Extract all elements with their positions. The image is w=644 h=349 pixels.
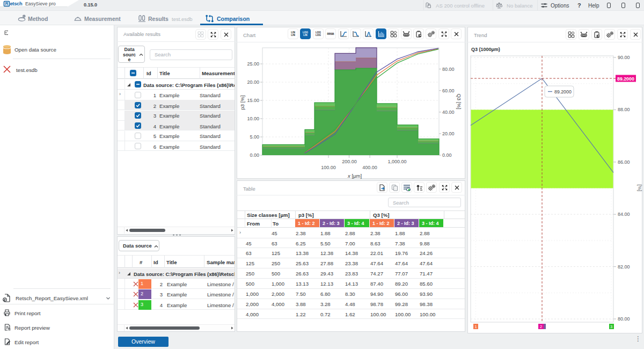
svg-text:60.00: 60.00: [442, 88, 455, 93]
svg-text:100.00: 100.00: [321, 165, 336, 170]
svg-text:1,000.00: 1,000.00: [387, 159, 406, 164]
svg-text:84.00: 84.00: [618, 212, 630, 217]
svg-text:20.00: 20.00: [247, 79, 259, 85]
svg-text:80.00: 80.00: [618, 316, 630, 322]
svg-text:10.00: 10.00: [247, 116, 259, 121]
svg-text:3: 3: [610, 324, 612, 329]
svg-text:25.00: 25.00: [247, 61, 259, 67]
svg-text:x [µm]: x [µm]: [347, 173, 362, 179]
svg-text:R: R: [5, 1, 9, 6]
svg-text:EasySieve pro: EasySieve pro: [25, 1, 56, 6]
svg-text:89.2000: 89.2000: [617, 76, 634, 82]
svg-text:15.00: 15.00: [247, 98, 259, 103]
svg-text:Q3 [%]: Q3 [%]: [456, 93, 462, 109]
svg-text:89.2000: 89.2000: [554, 89, 572, 94]
svg-text:90.00: 90.00: [618, 55, 630, 60]
svg-text:88.00: 88.00: [618, 107, 630, 112]
svg-text:400.00: 400.00: [362, 165, 377, 170]
svg-text:p3 [%]: p3 [%]: [239, 96, 245, 110]
svg-text:0.00: 0.00: [442, 152, 452, 158]
svg-text:20.00: 20.00: [442, 131, 455, 136]
svg-text:2: 2: [540, 324, 542, 329]
svg-text:etsch: etsch: [10, 1, 23, 6]
svg-text:40.00: 40.00: [442, 110, 455, 115]
svg-text:1: 1: [475, 324, 477, 329]
svg-text:5.00: 5.00: [250, 134, 259, 140]
svg-text:86.00: 86.00: [618, 159, 630, 165]
svg-text:200.00: 200.00: [342, 159, 357, 164]
svg-text:82.00: 82.00: [618, 264, 630, 270]
svg-text:[%]: [%]: [637, 185, 642, 191]
svg-text:80.00: 80.00: [442, 67, 455, 72]
svg-text:0.00: 0.00: [250, 152, 259, 158]
